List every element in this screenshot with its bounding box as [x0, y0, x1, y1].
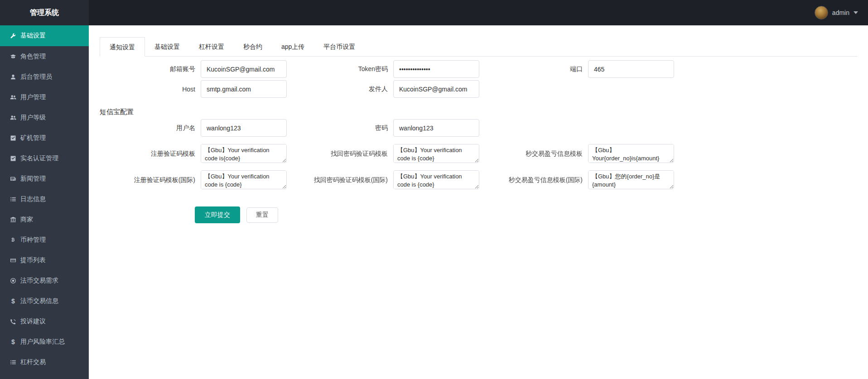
check-square-icon: [9, 155, 17, 162]
reset-button[interactable]: 重置: [246, 207, 278, 223]
form-actions: 立即提交 重置: [195, 206, 857, 223]
username-label: admin: [832, 9, 849, 16]
app-title: 管理系统: [0, 0, 89, 25]
sidebar-item-label: 法币交易信息: [20, 297, 58, 305]
trade-profit-template-label: 秒交易盈亏信息模板: [483, 149, 584, 158]
host-label: Host: [100, 86, 197, 93]
dollar-icon: $: [9, 338, 17, 345]
tab-leverage-settings[interactable]: 杠杆设置: [189, 37, 234, 57]
form-row: 用户名 密码: [100, 119, 857, 137]
caret-down-icon: [854, 11, 858, 14]
token-password-input[interactable]: [393, 60, 479, 78]
sidebar: 基础设置 角色管理 后台管理员 用户管理 用户等级 矿机管理 实名认证管理 新闻…: [0, 25, 89, 379]
sidebar-item-label: 提币列表: [20, 256, 46, 264]
avatar[interactable]: [815, 6, 828, 19]
user-circle-icon: [9, 74, 17, 80]
port-input[interactable]: [588, 60, 674, 78]
sidebar-item-news-management[interactable]: 新闻管理: [0, 168, 89, 189]
tab-platform-coin-settings[interactable]: 平台币设置: [314, 37, 365, 57]
users-icon: [9, 94, 17, 101]
main-content: 通知设置 基础设置 杠杆设置 秒合约 app上传 平台币设置 邮箱账号 Toke…: [89, 25, 868, 379]
sms-password-input[interactable]: [393, 119, 479, 137]
sender-input[interactable]: [393, 80, 479, 98]
sidebar-item-label: 法币交易需求: [20, 277, 58, 285]
email-account-label: 邮箱账号: [100, 65, 197, 73]
email-account-input[interactable]: [201, 60, 287, 78]
sidebar-item-label: 用户风险率汇总: [20, 338, 65, 346]
sms-config-heading: 短信宝配置: [100, 108, 857, 116]
sidebar-item-user-level[interactable]: 用户等级: [0, 107, 89, 128]
disc-icon: [9, 278, 17, 284]
settings-tabs: 通知设置 基础设置 杠杆设置 秒合约 app上传 平台币设置: [100, 37, 857, 57]
sidebar-item-label: 角色管理: [20, 53, 46, 61]
sidebar-item-basic-settings[interactable]: 基础设置: [0, 25, 89, 46]
bitcoin-icon: [9, 237, 17, 243]
register-code-template-textarea[interactable]: 【Gbu】Your verification code is{code}: [201, 144, 287, 163]
submit-button[interactable]: 立即提交: [195, 206, 240, 223]
notification-settings-form: 邮箱账号 Token密码 端口 Host 发件人 短信宝配置 用户名 密码 注册…: [100, 60, 857, 223]
find-password-code-template-intl-textarea[interactable]: 【Gbu】Your verification code is {code}: [393, 170, 479, 189]
register-code-template-label: 注册验证码模板: [100, 149, 197, 158]
sidebar-item-fiat-trade-demand[interactable]: 法币交易需求: [0, 270, 89, 291]
sms-username-input[interactable]: [201, 119, 287, 137]
sidebar-item-label: 实名认证管理: [20, 154, 58, 163]
trade-profit-template-intl-label: 秒交易盈亏信息模板(国际): [483, 176, 584, 184]
phone-icon: [9, 318, 17, 325]
trade-profit-template-textarea[interactable]: 【Gbu】Your{order_no}is{amount}: [588, 144, 674, 163]
sidebar-item-fiat-trade-info[interactable]: $ 法币交易信息: [0, 291, 89, 311]
tab-basic-settings[interactable]: 基础设置: [145, 37, 189, 57]
users-icon: [9, 115, 17, 121]
trade-profit-template-intl-textarea[interactable]: 【Gbu】您的{order_no}是{amount}: [588, 170, 674, 189]
sidebar-item-realname-verification[interactable]: 实名认证管理: [0, 148, 89, 168]
sidebar-item-admin-management[interactable]: 后台管理员: [0, 67, 89, 87]
sidebar-item-label: 后台管理员: [20, 73, 52, 81]
find-password-code-template-textarea[interactable]: 【Gbu】Your verification code is {code}: [393, 144, 479, 163]
sidebar-item-label: 基础设置: [20, 32, 46, 40]
port-label: 端口: [483, 65, 584, 73]
sidebar-item-label: 投诉建议: [20, 317, 46, 326]
sidebar-item-label: 杠杆交易: [20, 358, 46, 366]
newspaper-icon: [9, 176, 17, 182]
sidebar-item-role-management[interactable]: 角色管理: [0, 46, 89, 67]
sidebar-item-user-management[interactable]: 用户管理: [0, 87, 89, 107]
form-row: 注册验证码模板(国际) 【Gbu】Your verification code …: [100, 170, 857, 189]
sms-username-label: 用户名: [100, 124, 197, 132]
tab-notification-settings[interactable]: 通知设置: [100, 37, 145, 57]
find-password-code-template-intl-label: 找回密码验证码模板(国际): [290, 176, 390, 184]
sidebar-item-label: 日志信息: [20, 195, 46, 203]
sidebar-item-miner-management[interactable]: 矿机管理: [0, 128, 89, 148]
sidebar-item-withdraw-list[interactable]: 提币列表: [0, 250, 89, 270]
check-square-icon: [9, 135, 17, 141]
top-bar: 管理系统 admin: [0, 0, 868, 25]
sidebar-item-complaints[interactable]: 投诉建议: [0, 311, 89, 331]
tab-second-contract[interactable]: 秒合约: [234, 37, 272, 57]
sender-label: 发件人: [290, 85, 390, 93]
sidebar-item-label: 用户等级: [20, 114, 46, 122]
sidebar-item-merchant[interactable]: 商家: [0, 209, 89, 230]
sidebar-item-log-info[interactable]: 日志信息: [0, 189, 89, 209]
user-menu[interactable]: admin: [815, 6, 868, 19]
sidebar-item-label: 商家: [20, 216, 33, 224]
form-row: Host 发件人: [100, 80, 857, 98]
sidebar-item-label: 新闻管理: [20, 175, 46, 183]
graduation-cap-icon: [9, 53, 17, 60]
host-input[interactable]: [201, 80, 287, 98]
sidebar-item-leverage-trade[interactable]: 杠杆交易: [0, 352, 89, 372]
dollar-icon: $: [9, 297, 17, 305]
sidebar-item-label: 币种管理: [20, 236, 46, 244]
sms-password-label: 密码: [290, 124, 390, 132]
list-icon: [9, 196, 17, 202]
sidebar-item-label: 矿机管理: [20, 134, 46, 142]
list-icon: [9, 359, 17, 365]
token-password-label: Token密码: [290, 65, 390, 73]
sidebar-item-coin-management[interactable]: 币种管理: [0, 230, 89, 250]
register-code-template-intl-textarea[interactable]: 【Gbu】Your verification code is {code}: [201, 170, 287, 189]
find-password-code-template-label: 找回密码验证码模板: [290, 149, 390, 158]
sidebar-item-user-risk-summary[interactable]: $ 用户风险率汇总: [0, 331, 89, 352]
sidebar-item-label: 用户管理: [20, 93, 46, 101]
wrench-icon: [9, 33, 17, 39]
tab-app-upload[interactable]: app上传: [272, 37, 314, 57]
credit-card-icon: [9, 257, 17, 264]
bank-icon: [9, 216, 17, 223]
register-code-template-intl-label: 注册验证码模板(国际): [100, 176, 197, 184]
